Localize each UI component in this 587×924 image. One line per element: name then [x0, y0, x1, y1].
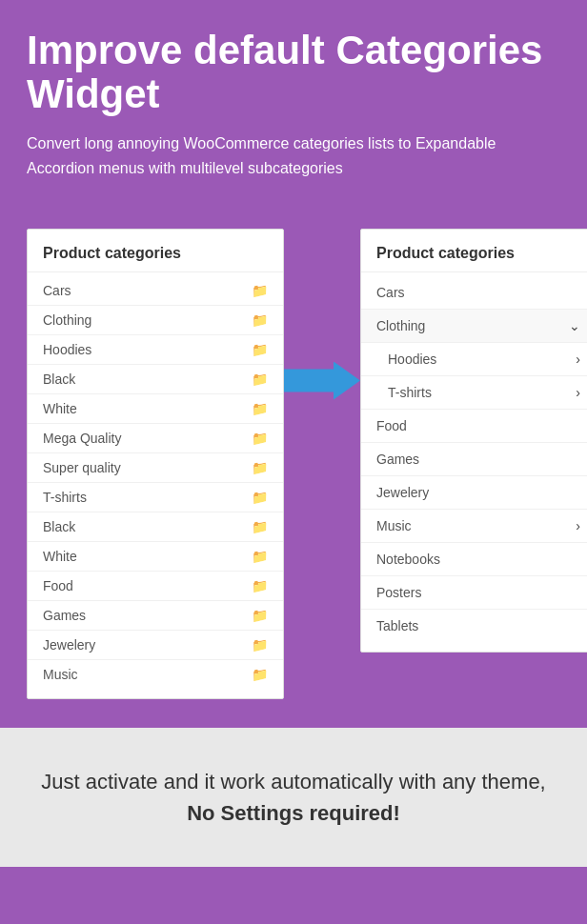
list-item: Hoodies 📁 — [28, 335, 283, 365]
list-item: Music 📁 — [28, 660, 283, 689]
folder-icon: 📁 — [252, 372, 268, 387]
left-widget-title: Product categories — [28, 245, 283, 272]
list-item: T-shirts 📁 — [28, 483, 283, 512]
list-item: Mega Quality 📁 — [28, 424, 283, 453]
left-widget: Product categories Cars 📁 Clothing 📁 Hoo… — [27, 229, 284, 699]
list-item[interactable]: Hoodies › — [361, 343, 587, 376]
list-item: Games — [361, 443, 587, 476]
list-item: Food — [361, 410, 587, 443]
list-item[interactable]: T-shirts › — [361, 376, 587, 410]
folder-icon: 📁 — [252, 637, 268, 653]
list-item: Tablets — [361, 610, 587, 642]
right-widget: Product categories Cars Clothing ⌄ Hoodi… — [360, 229, 587, 653]
folder-icon: 📁 — [252, 519, 268, 534]
list-item: Black 📁 — [28, 365, 283, 394]
folder-icon: 📁 — [252, 667, 268, 682]
chevron-right-icon: › — [576, 352, 580, 367]
folder-icon: 📁 — [252, 608, 268, 623]
arrow-area — [284, 229, 360, 400]
list-item: Food 📁 — [28, 572, 283, 601]
list-item: White 📁 — [28, 394, 283, 424]
list-item: Super quality 📁 — [28, 453, 283, 483]
folder-icon: 📁 — [252, 549, 268, 564]
list-item: Cars 📁 — [28, 276, 283, 306]
folder-icon: 📁 — [252, 283, 268, 298]
folder-icon: 📁 — [252, 401, 268, 416]
right-widget-title: Product categories — [361, 245, 587, 272]
bottom-section: Just activate and it work automatically … — [0, 728, 587, 867]
folder-icon: 📁 — [252, 460, 268, 475]
chevron-down-icon: ⌄ — [569, 318, 580, 333]
chevron-right-icon: › — [576, 385, 580, 400]
list-item: Jewelery 📁 — [28, 631, 283, 660]
chevron-right-icon: › — [576, 518, 580, 533]
folder-icon: 📁 — [252, 431, 268, 446]
list-item[interactable]: Music › — [361, 510, 587, 543]
list-item: Notebooks — [361, 543, 587, 576]
folder-icon: 📁 — [252, 578, 268, 593]
list-item: Black 📁 — [28, 512, 283, 542]
folder-icon: 📁 — [252, 342, 268, 357]
list-item: Games 📁 — [28, 601, 283, 631]
list-item: Cars — [361, 276, 587, 310]
folder-icon: 📁 — [252, 490, 268, 505]
folder-icon: 📁 — [252, 312, 268, 328]
list-item: Jewelery — [361, 476, 587, 510]
bottom-text: Just activate and it work automatically … — [19, 766, 568, 829]
hero-subtitle: Convert long annoying WooCommerce catego… — [27, 131, 560, 180]
list-item: Clothing 📁 — [28, 306, 283, 335]
page-title: Improve default Categories Widget — [27, 29, 560, 116]
list-item[interactable]: Clothing ⌄ — [361, 310, 587, 343]
list-item: Posters — [361, 576, 587, 610]
arrow-icon — [284, 362, 360, 400]
list-item: White 📁 — [28, 542, 283, 572]
